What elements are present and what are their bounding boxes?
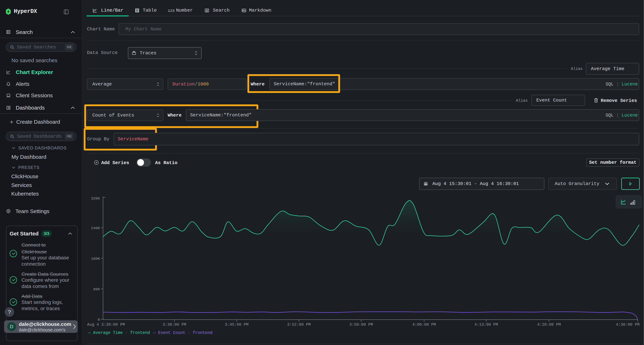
svg-text:3:38:00 PM: 3:38:00 PM <box>162 323 186 327</box>
svg-text:0: 0 <box>98 318 100 322</box>
svg-text:3:52:00 PM: 3:52:00 PM <box>287 323 311 327</box>
svg-text:Aug 4 3:30:00 PM: Aug 4 3:30:00 PM <box>87 323 125 327</box>
svg-text:80K: 80K <box>93 287 100 291</box>
svg-text:4:06:00 PM: 4:06:00 PM <box>412 323 436 327</box>
svg-text:4:30:00 PM: 4:30:00 PM <box>616 323 640 327</box>
svg-text:240K: 240K <box>91 226 100 230</box>
svg-text:4:20:00 PM: 4:20:00 PM <box>537 323 561 327</box>
svg-text:3:45:00 PM: 3:45:00 PM <box>225 323 248 327</box>
svg-text:160K: 160K <box>91 257 100 261</box>
svg-text:320K: 320K <box>91 196 100 201</box>
svg-text:4:13:00 PM: 4:13:00 PM <box>474 323 498 327</box>
svg-text:3:59:00 PM: 3:59:00 PM <box>349 323 373 327</box>
